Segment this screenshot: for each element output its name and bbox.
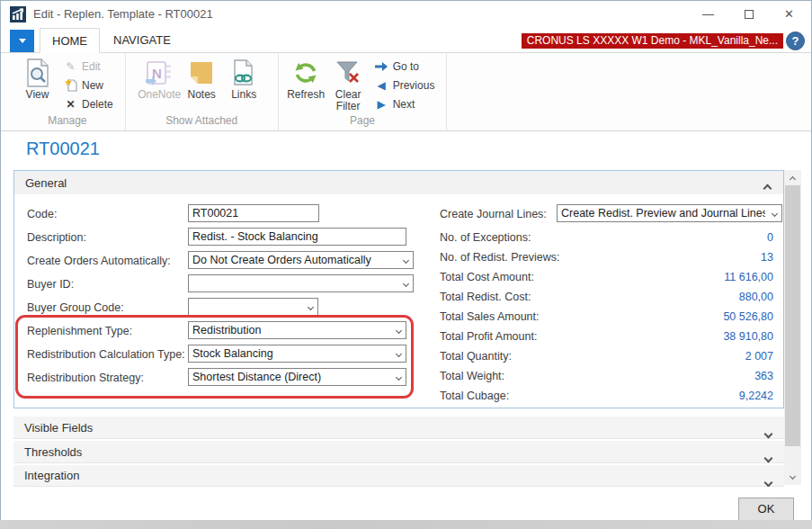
sticky-note-icon: [190, 57, 213, 89]
chevron-down-icon: [396, 351, 402, 357]
links-icon: [233, 57, 254, 89]
expand-chevron-icon[interactable]: [765, 451, 772, 464]
chevron-down-icon: [403, 281, 409, 287]
vertical-scrollbar[interactable]: [784, 170, 801, 485]
next-arrow-icon: ▶: [375, 98, 388, 111]
notes-button[interactable]: Notes: [181, 53, 223, 101]
application-menu-button[interactable]: [10, 30, 34, 52]
field-label-code: Code:: [27, 208, 57, 220]
chevron-down-icon: [308, 304, 314, 310]
ribbon-group-page: Refresh Clear Filter: [279, 53, 448, 130]
total-sales-amount-value[interactable]: 50 526,80: [723, 310, 773, 323]
refresh-button[interactable]: Refresh: [285, 53, 327, 101]
ok-button[interactable]: OK: [738, 498, 794, 521]
fasttab-general-title: General: [25, 176, 67, 190]
chevron-down-icon: [19, 39, 26, 43]
edit-button[interactable]: ✎ Edit: [58, 57, 119, 76]
delete-label: Delete: [82, 98, 113, 111]
previous-label: Previous: [393, 79, 435, 92]
no-of-redist-previews-value[interactable]: 13: [761, 251, 773, 264]
desktop-background-strip: [0, 520, 812, 529]
total-redist-cost-value[interactable]: 880,00: [739, 291, 773, 303]
expand-chevron-icon[interactable]: [765, 426, 772, 440]
delete-button[interactable]: ✕ Delete: [58, 94, 119, 113]
maximize-button[interactable]: [728, 1, 769, 27]
total-profit-amount-value[interactable]: 38 910,80: [723, 330, 773, 343]
field-label-no-of-redist-previews: No. of Redist. Previews:: [440, 251, 559, 264]
fasttab-visible-fields[interactable]: Visible Fields: [13, 417, 784, 439]
app-logo-icon: [10, 6, 26, 22]
field-label-create-orders-automatically: Create Orders Automatically:: [27, 255, 171, 267]
field-label-replenishment-type: Replenishment Type:: [27, 325, 132, 337]
dialog-footer: OK: [1, 487, 811, 520]
refresh-icon: [292, 57, 319, 89]
total-quantity-value[interactable]: 2 007: [745, 350, 773, 363]
previous-button[interactable]: ◀ Previous: [370, 76, 441, 94]
field-label-redistribution-strategy: Redistribution Strategy:: [27, 372, 144, 384]
field-label-total-redist-cost: Total Redist. Cost:: [440, 291, 531, 303]
collapse-chevron-icon[interactable]: [764, 181, 771, 194]
window-title: Edit - Replen. Template - RT00021: [33, 7, 213, 21]
chevron-down-icon: [396, 327, 402, 334]
fasttab-integration[interactable]: Integration: [13, 465, 784, 487]
onenote-button[interactable]: N OneNote: [138, 53, 181, 101]
scrollbar-thumb[interactable]: [785, 185, 800, 446]
fasttab-general-header[interactable]: General: [14, 171, 783, 194]
links-label: Links: [231, 89, 256, 101]
chevron-down-icon: [772, 211, 778, 217]
tab-navigate[interactable]: NAVIGATE: [102, 28, 183, 53]
total-cost-amount-value[interactable]: 11 616,00: [724, 271, 773, 283]
scroll-down-arrow[interactable]: [784, 470, 801, 485]
edit-label: Edit: [82, 60, 101, 73]
goto-button[interactable]: Go to: [370, 57, 441, 76]
page-content: RT00021 General Code: Description: Creat…: [1, 131, 811, 519]
links-button[interactable]: Links: [223, 53, 265, 101]
replenishment-type-select[interactable]: Redistribution: [188, 321, 406, 339]
create-journal-lines-select[interactable]: Create Redist. Preview and Journal Lines: [557, 204, 782, 222]
total-weight-value[interactable]: 363: [754, 370, 773, 382]
buyer-group-code-select[interactable]: [188, 298, 318, 316]
field-label-total-cost-amount: Total Cost Amount:: [440, 271, 534, 283]
new-button[interactable]: New: [58, 76, 119, 94]
fasttab-thresholds[interactable]: Thresholds: [13, 441, 784, 463]
notes-label: Notes: [188, 89, 216, 101]
help-button[interactable]: ?: [786, 31, 805, 50]
company-context-badge[interactable]: CRONUS LS XXXXX W1 Demo - MKL_Vanilla_Ne…: [522, 33, 783, 49]
ribbon: View ✎ Edit New: [1, 53, 811, 131]
field-label-create-journal-lines: Create Journal Lines:: [440, 208, 547, 220]
manage-small-buttons: ✎ Edit New ✕ Delet: [58, 57, 119, 113]
minimize-button[interactable]: —: [688, 1, 728, 27]
field-label-description: Description:: [27, 231, 86, 244]
close-button[interactable]: ✕: [769, 1, 809, 27]
view-button[interactable]: View: [16, 53, 58, 101]
chevron-down-icon: [403, 257, 409, 264]
scroll-up-arrow[interactable]: [784, 170, 801, 185]
next-label: Next: [393, 98, 415, 111]
field-label-total-cubage: Total Cubage:: [440, 390, 509, 402]
buyer-id-select[interactable]: [188, 274, 414, 292]
code-input[interactable]: [188, 204, 319, 222]
field-label-total-weight: Total Weight:: [440, 370, 504, 382]
clear-filter-label: Clear Filter: [327, 89, 370, 112]
onenote-icon: N: [146, 57, 173, 89]
next-button[interactable]: ▶ Next: [370, 94, 441, 113]
page-title: RT00021: [26, 139, 100, 159]
no-of-exceptions-value[interactable]: 0: [767, 231, 773, 244]
previous-arrow-icon: ◀: [375, 79, 388, 92]
tab-home[interactable]: HOME: [40, 28, 100, 53]
pencil-icon: ✎: [64, 60, 77, 73]
redistribution-strategy-select[interactable]: Shortest Distance (Direct): [188, 368, 406, 386]
group-label-manage: Manage: [16, 114, 119, 130]
field-label-buyer-id: Buyer ID:: [27, 278, 74, 291]
create-orders-automatically-select[interactable]: Do Not Create Orders Automatically: [188, 251, 414, 269]
group-label-page: Page: [285, 114, 441, 130]
goto-label: Go to: [393, 60, 419, 73]
redistribution-calculation-type-select[interactable]: Stock Balancing: [188, 345, 406, 363]
clear-filter-button[interactable]: Clear Filter: [327, 53, 370, 112]
ribbon-group-manage: View ✎ Edit New: [10, 53, 126, 130]
page-small-buttons: Go to ◀ Previous ▶ Next: [370, 57, 441, 113]
total-cubage-value[interactable]: 9,2242: [739, 390, 773, 402]
description-input[interactable]: [188, 228, 406, 246]
ribbon-group-show-attached: N OneNote: [126, 53, 279, 130]
field-label-total-profit-amount: Total Profit Amount:: [440, 330, 537, 343]
